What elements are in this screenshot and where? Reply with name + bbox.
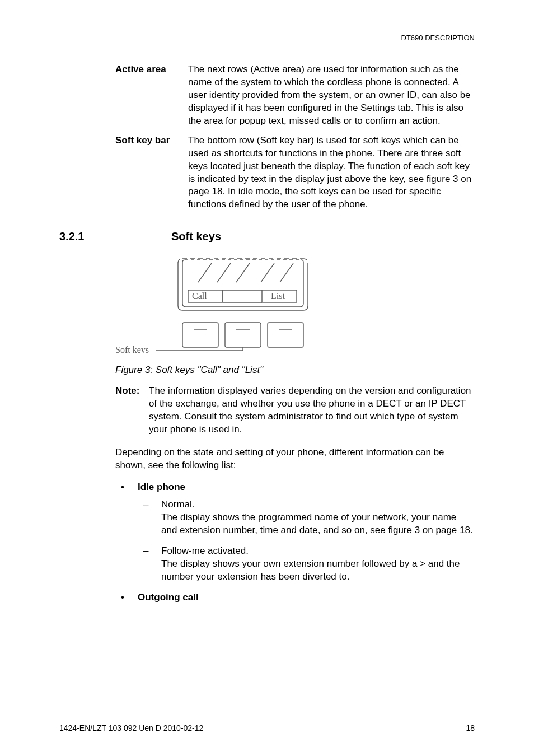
running-header: DT690 DESCRIPTION [59,34,475,42]
page-footer: 1424-EN/LZT 103 092 Uen D 2010-02-12 18 [59,724,475,732]
top-list: Idle phone Normal. The display shows the… [115,481,475,604]
section-number: 3.2.1 [59,230,171,243]
sub-item-title: Follow-me activated. [161,545,249,556]
paragraph: Depending on the state and setting of yo… [115,446,475,472]
list-item: Normal. The display shows the programmed… [138,498,475,537]
svg-rect-18 [268,323,303,347]
sub-item-body: The display shows the programmed name of… [161,512,473,535]
list-item: Idle phone Normal. The display shows the… [115,481,475,584]
list-item-head: Outgoing call [138,592,199,603]
definition-row: Active area The next rows (Active area) … [115,63,475,128]
list-item: Outgoing call [115,591,475,604]
figure-softkeys: Call List Soft keys Figure 3: Soft keys … [115,255,475,376]
note-label: Note: [115,385,149,436]
figure-side-label: Soft keys [115,345,149,353]
svg-line-4 [198,263,212,282]
definition-row: Soft key bar The bottom row (Soft key ba… [115,134,475,212]
softkeys-diagram: Call List Soft keys [115,255,328,353]
softkey-label-right: List [271,291,285,301]
softkey-label-left: Call [192,291,207,301]
svg-rect-16 [225,323,261,347]
definition-text: The bottom row (Soft key bar) is used fo… [188,134,475,212]
note-body: The information displayed varies dependi… [149,385,475,436]
figure-caption: Figure 3: Soft keys "Call" and "List" [115,365,475,376]
definition-term: Soft key bar [115,134,188,212]
svg-line-5 [217,263,231,282]
definition-list: Active area The next rows (Active area) … [115,63,475,211]
list-item: Follow-me activated. The display shows y… [138,545,475,584]
svg-line-6 [236,263,250,282]
section-title: Soft keys [171,230,221,243]
svg-line-7 [261,263,274,282]
running-header-text: DT690 DESCRIPTION [401,34,475,42]
sub-item-body: The display shows your own extension num… [161,558,460,582]
body-content: Note: The information displayed varies d… [115,385,475,604]
list-item-head: Idle phone [138,482,185,492]
sub-list: Normal. The display shows the programmed… [138,498,475,584]
note-block: Note: The information displayed varies d… [115,385,475,436]
section-heading: 3.2.1 Soft keys [59,230,475,243]
definition-term: Active area [115,63,188,128]
footer-page-number: 18 [466,724,475,732]
svg-rect-14 [182,323,218,347]
svg-line-8 [280,263,293,282]
sub-item-title: Normal. [161,499,195,510]
footer-left: 1424-EN/LZT 103 092 Uen D 2010-02-12 [59,724,203,732]
definition-text: The next rows (Active area) are used for… [188,63,475,128]
